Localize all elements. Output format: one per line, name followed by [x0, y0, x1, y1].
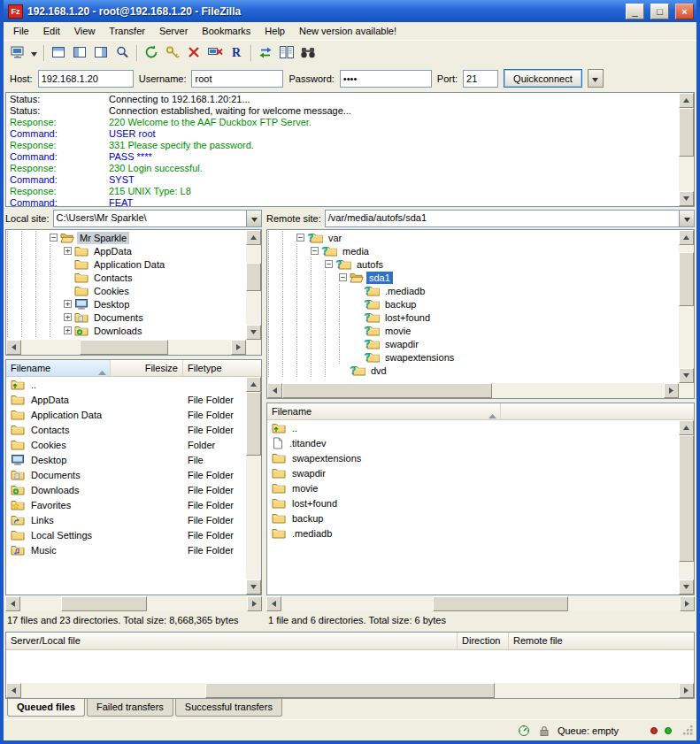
tree-item[interactable]: − ? autofs [268, 257, 679, 271]
tab-successful-transfers[interactable]: Successful transfers [175, 699, 282, 717]
file-row[interactable]: Contacts File Folder [6, 422, 246, 437]
remote-path-text[interactable]: /var/media/autofs/sda1 [326, 211, 679, 226]
tree-expander[interactable]: + [64, 247, 72, 255]
tree-item-label[interactable]: Documents [91, 311, 146, 324]
tab-failed-transfers[interactable]: Failed transfers [87, 699, 173, 717]
tree-item-label[interactable]: Cookies [91, 285, 132, 297]
local-tree-vscrollbar[interactable] [246, 230, 261, 340]
tree-item-label[interactable]: lost+found [382, 311, 433, 324]
file-row[interactable]: lost+found [267, 495, 679, 510]
cancel-button[interactable] [183, 43, 204, 63]
scroll-thumb[interactable] [205, 683, 495, 698]
file-row[interactable]: Application Data File Folder [6, 407, 246, 422]
tree-item-label[interactable]: swapdir [382, 338, 421, 350]
local-path-dropdown-button[interactable] [246, 211, 261, 226]
toggle-queue-button[interactable] [112, 43, 133, 63]
scroll-thumb[interactable] [679, 435, 694, 562]
scroll-right-button[interactable] [679, 683, 694, 698]
file-row[interactable]: Music File Folder [6, 542, 246, 557]
tree-expander[interactable]: + [64, 326, 72, 334]
tree-item[interactable]: − Mr Sparkle [7, 231, 246, 244]
tree-item[interactable]: Application Data [7, 257, 246, 271]
column-header-remote-file[interactable]: Remote file [509, 633, 694, 649]
scroll-left-button[interactable] [5, 596, 20, 611]
tab-queued-files[interactable]: Queued files [7, 699, 85, 717]
scroll-down-button[interactable] [246, 325, 261, 340]
tree-item-label[interactable]: sda1 [366, 272, 393, 284]
file-row[interactable]: Desktop File [6, 452, 246, 467]
tree-expander[interactable]: − [50, 234, 58, 242]
column-header-filename[interactable]: Filename [267, 403, 501, 419]
password-input[interactable] [340, 70, 432, 88]
log-scrollbar[interactable] [679, 93, 694, 206]
file-row[interactable]: Downloads File Folder [6, 482, 246, 497]
tree-item-label[interactable]: dvd [368, 364, 389, 377]
local-path-combo[interactable]: C:\Users\Mr Sparkle\ [53, 210, 262, 227]
scroll-down-button[interactable] [679, 368, 694, 383]
scroll-left-button[interactable] [267, 383, 282, 398]
tree-expander[interactable]: + [64, 313, 72, 321]
scroll-right-button[interactable] [680, 596, 695, 611]
refresh-button[interactable] [141, 43, 162, 63]
tree-item[interactable]: Contacts [7, 271, 246, 284]
scroll-left-button[interactable] [266, 596, 281, 611]
file-row[interactable]: Favorites File Folder [6, 497, 246, 512]
file-row[interactable]: AppData File Folder [6, 392, 246, 407]
encryption-lock-icon[interactable] [538, 725, 550, 737]
column-header-filetype[interactable]: Filetype [183, 360, 261, 376]
scroll-left-button[interactable] [6, 340, 21, 355]
tree-item-label[interactable]: AppData [91, 245, 135, 257]
column-header-direction[interactable]: Direction [458, 633, 509, 649]
scroll-thumb[interactable] [80, 340, 168, 355]
menu-bookmarks[interactable]: Bookmarks [195, 23, 258, 39]
menu-transfer[interactable]: Transfer [102, 23, 152, 39]
quickconnect-button[interactable]: Quickconnect [504, 69, 582, 88]
scroll-down-button[interactable] [679, 191, 694, 206]
tree-item[interactable]: + AppData [7, 244, 246, 257]
scroll-right-button[interactable] [247, 596, 262, 611]
process-queue-button[interactable] [162, 43, 183, 63]
directory-comparison-button[interactable] [276, 43, 297, 63]
tree-item-label[interactable]: swapextensions [382, 351, 457, 364]
file-row[interactable]: backup [267, 510, 679, 525]
local-path-text[interactable]: C:\Users\Mr Sparkle\ [54, 211, 246, 226]
toggle-message-log-button[interactable] [48, 43, 69, 63]
column-header-server-local-file[interactable]: Server/Local file [6, 633, 458, 649]
menu-edit[interactable]: Edit [36, 23, 67, 39]
local-tree-hscrollbar[interactable] [6, 340, 246, 355]
local-list-vscrollbar[interactable] [246, 377, 261, 594]
scroll-up-button[interactable] [679, 93, 694, 108]
file-row[interactable]: .titandev [267, 435, 679, 450]
host-input[interactable] [38, 70, 134, 88]
scroll-thumb[interactable] [246, 263, 261, 291]
remote-tree-vscrollbar[interactable] [679, 230, 694, 383]
disconnect-button[interactable] [204, 43, 226, 63]
column-header-filesize[interactable]: Filesize [111, 360, 183, 376]
resize-grip[interactable] [682, 725, 694, 736]
tree-expander[interactable]: − [339, 273, 347, 281]
maximize-button[interactable]: □ [650, 4, 669, 19]
local-list-hscrollbar[interactable] [5, 596, 262, 611]
tree-item-label[interactable]: backup [382, 298, 419, 311]
close-button[interactable]: × [675, 4, 694, 19]
scroll-track[interactable] [679, 108, 694, 191]
scroll-thumb[interactable] [679, 252, 694, 306]
scroll-up-button[interactable] [679, 230, 694, 245]
file-row[interactable]: .mediadb [267, 525, 679, 541]
file-row[interactable]: swapdir [267, 465, 679, 480]
tree-item[interactable]: ? dvd [268, 364, 679, 377]
synchronized-browsing-button[interactable] [255, 43, 276, 63]
find-files-button[interactable] [297, 43, 319, 63]
titlebar[interactable]: Fz 192.168.1.20 - root@192.168.1.20 - Fi… [4, 0, 696, 22]
scroll-thumb[interactable] [246, 392, 261, 456]
file-row[interactable]: Local Settings File Folder [6, 527, 246, 542]
tree-expander[interactable]: − [311, 247, 319, 255]
scroll-down-button[interactable] [246, 579, 261, 594]
tree-expander[interactable]: + [64, 300, 72, 308]
remote-list-vscrollbar[interactable] [679, 420, 694, 594]
tree-item[interactable]: ? movie [268, 324, 679, 337]
tree-expander[interactable]: − [325, 260, 333, 268]
scroll-thumb[interactable] [282, 383, 492, 398]
scroll-down-button[interactable] [679, 579, 694, 594]
site-manager-dropdown-button[interactable] [28, 43, 40, 63]
